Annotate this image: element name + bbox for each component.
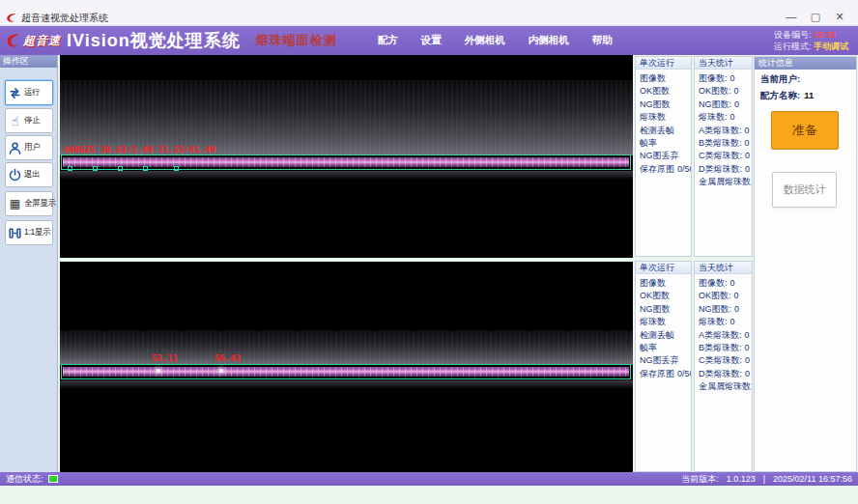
current-user-label: 当前用户:: [760, 73, 800, 84]
statistics-info-title: 统计信息: [755, 57, 856, 70]
page-title: IVision视觉处理系统: [67, 29, 241, 52]
metal-strip-image-bottom: [63, 367, 629, 377]
stat-row: B类熔珠数:0: [695, 137, 752, 150]
daily-stats-panel-bottom: 当天统计 图像数:0 OK图数:0 NG图数:0 熔珠数:0 A类熔珠数:0 B…: [694, 261, 753, 472]
stat-row: D类熔珠数:0: [695, 368, 752, 380]
stat-row: 熔珠数:0: [695, 111, 752, 124]
menu-bar: 配方 设置 外侧相机 内侧相机 帮助: [378, 34, 613, 47]
daily-stats-rows-top: 图像数:0 OK图数:0 NG图数:0 熔珠数:0 A类熔珠数:0 B类熔珠数:…: [695, 70, 752, 189]
stat-row: 保存原图0/500: [636, 368, 691, 380]
single-run-title-top: 单次运行: [636, 57, 691, 70]
one-to-one-button-label: 1:1显示: [24, 227, 50, 238]
datetime-value: 2025/02/11 16:57:56: [773, 474, 852, 484]
status-separator: |: [763, 474, 765, 484]
menu-settings[interactable]: 设置: [421, 34, 442, 47]
comm-status-label: 通信状态:: [6, 473, 43, 486]
stat-row: 图像数:0: [695, 277, 752, 290]
recipe-name-value: 11: [804, 90, 814, 100]
single-run-rows-top: 图像数 OK图数 NG图数 熔珠数 检测丢帧 帧率 NG图丢弃 保存原图0/50…: [636, 70, 691, 176]
menu-help[interactable]: 帮助: [592, 34, 613, 47]
single-run-panel-top: 单次运行 图像数 OK图数 NG图数 熔珠数 检测丢帧 帧率 NG图丢弃 保存原…: [635, 56, 692, 257]
maximize-button[interactable]: ▢: [805, 9, 826, 24]
fullscreen-grid-icon: ▦: [8, 197, 22, 211]
one-to-one-button[interactable]: 1:1显示: [5, 220, 53, 245]
camera-image-background-bottom: [60, 330, 633, 365]
stat-row: B类熔珠数:0: [695, 342, 752, 354]
stat-row: NG图数: [636, 303, 691, 316]
stat-row: 图像数: [636, 72, 691, 85]
stat-row: 帧率: [636, 342, 691, 354]
fullscreen-button[interactable]: ▦ 全屏显示: [5, 191, 53, 216]
close-button[interactable]: ✕: [829, 9, 850, 24]
user-button[interactable]: 用户: [5, 135, 53, 160]
single-run-panel-bottom: 单次运行 图像数 OK图数 NG图数 熔珠数 检测丢帧 帧率 NG图丢弃 保存原…: [635, 261, 692, 472]
stop-button[interactable]: ☝ 停止: [5, 108, 53, 133]
measurement-annotation-1: 53.11: [152, 353, 178, 363]
stat-row: NG图丢弃: [636, 150, 691, 162]
stat-row: 保存原图0/500: [636, 163, 691, 176]
detection-marker: [118, 166, 123, 171]
stat-row: OK图数:0: [695, 85, 752, 98]
one-to-one-icon: [8, 226, 22, 240]
stat-row: 熔珠数:0: [695, 316, 752, 328]
stop-button-label: 停止: [24, 115, 40, 126]
menu-recipe[interactable]: 配方: [378, 34, 398, 47]
exit-button-label: 退出: [24, 169, 40, 181]
single-run-rows-bottom: 图像数 OK图数 NG图数 熔珠数 检测丢帧 帧率 NG图丢弃 保存原图0/50…: [636, 274, 691, 380]
app-logo-icon: [6, 13, 17, 23]
desktop-background: [0, 486, 858, 504]
window-title: 超音速视觉处理系统: [21, 12, 108, 25]
stat-row: NG图数: [636, 98, 691, 111]
operation-sidebar: 操作区 运行 ☝ 停止 用户 退出 ▦ 全屏显示: [0, 55, 58, 472]
data-statistics-button[interactable]: 数据统计: [772, 172, 837, 208]
minimize-button[interactable]: —: [781, 9, 802, 24]
power-icon: [8, 168, 22, 182]
stat-row: 熔珠数: [636, 316, 691, 328]
app-header: 超音速 IVision视觉处理系统 熔珠端面检测 配方 设置 外侧相机 内侧相机…: [0, 26, 858, 55]
stat-row: OK图数:0: [695, 290, 752, 302]
detection-roi-box-bottom: [61, 364, 631, 379]
daily-stats-title-bottom: 当天统计: [695, 262, 752, 274]
brand-logo: 超音速: [6, 32, 61, 49]
device-info: 设备编号: 22-33 运行模式: 手动调试: [774, 29, 852, 52]
stat-row: C类熔珠数:0: [695, 354, 752, 367]
daily-stats-rows-bottom: 图像数:0 OK图数:0 NG图数:0 熔珠数:0 A类熔珠数:0 B类熔珠数:…: [695, 274, 752, 394]
statistics-info-panel: 统计信息 当前用户: 配方名称:11 准备 数据统计: [754, 56, 857, 472]
version-value: 1.0.123: [727, 474, 756, 484]
stat-row: NG图丢弃: [636, 354, 691, 367]
run-mode-value: 手动调试: [814, 42, 848, 51]
device-number-value: 22-33: [814, 30, 836, 40]
menu-inner-camera[interactable]: 内侧相机: [529, 34, 569, 47]
recipe-name-label: 配方名称:: [760, 90, 800, 100]
stat-row: A类熔珠数:0: [695, 329, 752, 342]
stat-row: 检测丢帧: [636, 125, 691, 137]
stat-row: 图像数:0: [695, 72, 752, 85]
run-button-label: 运行: [24, 87, 40, 98]
stat-row: NG图数:0: [695, 98, 752, 111]
app-subtitle: 熔珠端面检测: [256, 32, 337, 49]
detection-marker: [93, 166, 98, 171]
detection-marker: [68, 166, 72, 171]
user-icon: [8, 141, 22, 155]
daily-stats-title-top: 当天统计: [695, 57, 752, 70]
sidebar-title: 操作区: [0, 55, 57, 68]
camera-view-top: 440625 39.83/1.49 31.53/41.49: [60, 55, 633, 258]
stat-row: 金属屑熔珠数:0: [695, 176, 752, 188]
exit-button[interactable]: 退出: [5, 162, 53, 187]
single-run-title-bottom: 单次运行: [636, 262, 691, 274]
prepare-button[interactable]: 准备: [771, 111, 839, 150]
menu-outer-camera[interactable]: 外侧相机: [465, 34, 505, 47]
defect-dot: [157, 369, 160, 373]
measurement-annotation-2: 56.43: [214, 353, 241, 363]
version-label: 当前版本:: [681, 473, 719, 486]
measurement-annotation-top: 440625 39.83/1.49 31.53/41.49: [64, 145, 215, 154]
user-button-label: 用户: [24, 142, 40, 154]
stat-row: OK图数: [636, 290, 691, 302]
detection-marker: [143, 166, 148, 171]
stop-hand-icon: ☝: [8, 114, 22, 128]
run-mode-label: 运行模式:: [774, 42, 812, 51]
stat-row: 检测丢帧: [636, 329, 691, 342]
daily-stats-panel-top: 当天统计 图像数:0 OK图数:0 NG图数:0 熔珠数:0 A类熔珠数:0 B…: [694, 56, 753, 257]
run-button[interactable]: 运行: [5, 80, 53, 105]
stat-row: A类熔珠数:0: [695, 125, 752, 137]
